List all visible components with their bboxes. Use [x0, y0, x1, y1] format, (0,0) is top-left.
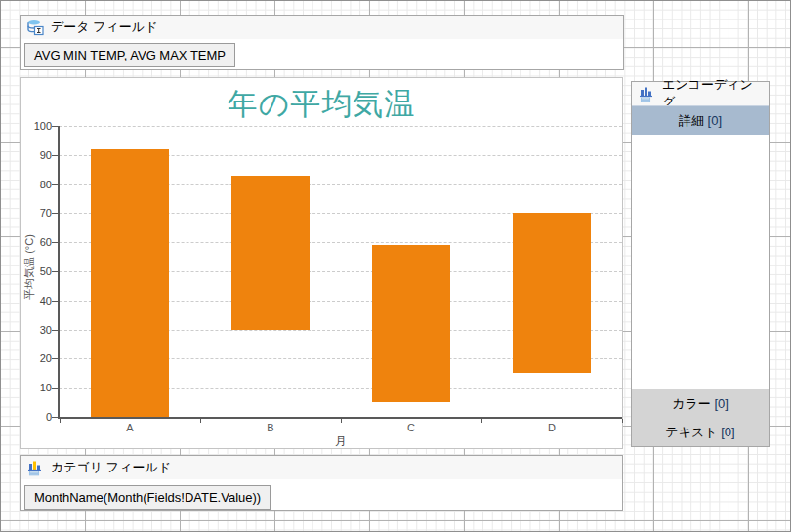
- y-tick-80: [52, 184, 58, 185]
- x-axis-line: [58, 417, 622, 419]
- y-tick-label-90: 90: [22, 150, 52, 161]
- category-chart-icon: [27, 460, 44, 476]
- detail-label: 詳細: [679, 113, 704, 128]
- y-tick-100: [52, 126, 58, 127]
- color-label: カラー: [672, 396, 711, 411]
- encoding-text-row[interactable]: テキスト [0]: [632, 418, 769, 446]
- x-boundary-tick-1: [200, 419, 201, 423]
- y-tick-label-0: 0: [22, 412, 52, 423]
- x-boundary-tick-2: [341, 419, 342, 423]
- gridline-100: [60, 126, 622, 127]
- y-tick-0: [52, 417, 58, 418]
- chart-canvas[interactable]: 年の平均気温 平均気温 (°C) 月 010203040506070809010…: [20, 77, 623, 449]
- encoding-detail-row[interactable]: 詳細 [0]: [632, 105, 769, 135]
- y-tick-label-40: 40: [22, 296, 52, 307]
- category-fields-title: カテゴリ フィールド: [51, 459, 171, 476]
- x-category-label-D: D: [513, 422, 591, 433]
- y-tick-40: [52, 301, 58, 302]
- x-boundary-tick-0: [60, 419, 61, 423]
- data-fields-panel: データ フィールド AVG MIN TEMP, AVG MAX TEMP: [20, 15, 624, 70]
- y-tick-90: [52, 155, 58, 156]
- chart-title: 年の平均気温: [21, 84, 622, 125]
- bar-chart-icon: [639, 86, 655, 102]
- x-category-label-C: C: [372, 422, 450, 433]
- text-count: [0]: [721, 425, 734, 439]
- y-tick-label-80: 80: [22, 180, 52, 190]
- y-tick-10: [52, 388, 58, 389]
- data-fields-title: データ フィールド: [51, 19, 157, 36]
- encoding-header: エンコーディング: [632, 82, 769, 105]
- y-tick-30: [52, 330, 58, 331]
- range-bar-C[interactable]: [372, 245, 450, 402]
- y-tick-label-50: 50: [22, 266, 52, 277]
- y-tick-label-20: 20: [22, 353, 52, 364]
- encoding-panel: エンコーディング 詳細 [0] カラー [0] テキスト [0]: [631, 81, 770, 447]
- y-tick-label-70: 70: [22, 208, 52, 219]
- y-tick-50: [52, 271, 58, 272]
- encoding-drop-area[interactable]: [632, 135, 769, 389]
- x-axis-label: 月: [60, 433, 622, 450]
- category-fields-header: カテゴリ フィールド: [21, 456, 622, 479]
- y-tick-label-60: 60: [22, 237, 52, 248]
- data-fields-header: データ フィールド: [21, 16, 623, 39]
- y-tick-label-30: 30: [22, 325, 52, 336]
- range-bar-D[interactable]: [513, 213, 591, 373]
- color-count: [0]: [714, 396, 728, 411]
- y-tick-70: [52, 213, 58, 214]
- encoding-bottom-sections: カラー [0] テキスト [0]: [632, 389, 769, 446]
- range-bar-B[interactable]: [231, 176, 310, 330]
- y-axis-line: [58, 126, 60, 419]
- y-tick-20: [52, 358, 58, 359]
- x-category-label-B: B: [231, 422, 310, 433]
- data-fields-icon: [27, 20, 44, 36]
- x-boundary-tick-end: [622, 419, 623, 423]
- range-bar-A[interactable]: [91, 149, 169, 417]
- encoding-color-row[interactable]: カラー [0]: [632, 389, 769, 418]
- text-label: テキスト: [665, 425, 717, 439]
- y-tick-label-100: 100: [22, 121, 52, 132]
- y-tick-60: [52, 242, 58, 243]
- category-fields-panel: カテゴリ フィールド MonthName(Month(Fields!DATE.V…: [20, 455, 623, 511]
- x-category-label-A: A: [91, 422, 169, 433]
- x-boundary-tick-3: [481, 419, 482, 423]
- detail-count: [0]: [708, 113, 722, 128]
- category-fields-chip[interactable]: MonthName(Month(Fields!DATE.Value)): [24, 485, 271, 510]
- data-fields-chip[interactable]: AVG MIN TEMP, AVG MAX TEMP: [24, 43, 235, 67]
- y-tick-label-10: 10: [22, 383, 52, 393]
